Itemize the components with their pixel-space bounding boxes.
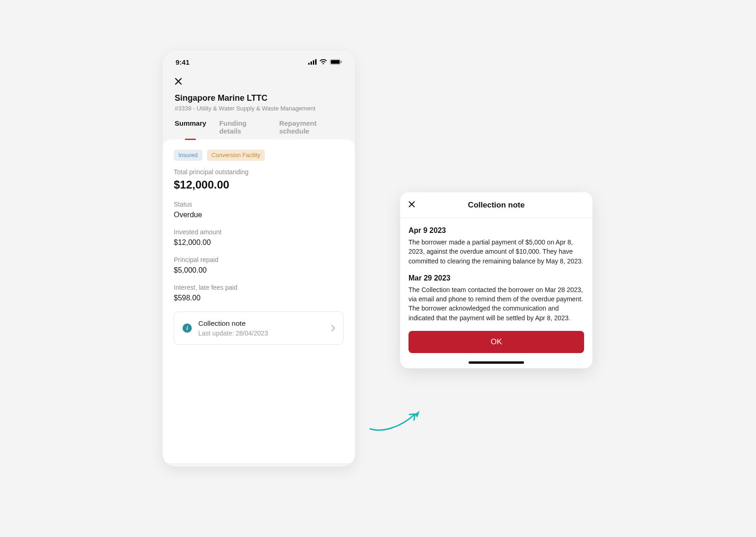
collection-note-text: Collection note Last update: 28/04/2023: [198, 319, 325, 337]
field-status: Status Overdue: [174, 201, 344, 219]
dialog-title: Collection note: [468, 201, 525, 210]
summary-card: Insured Conversion Facility Total princi…: [163, 140, 355, 463]
wifi-icon: [319, 59, 327, 65]
svg-rect-6: [341, 61, 342, 63]
note-entry: Apr 9 2023 The borrower made a partial p…: [408, 226, 584, 266]
status-indicators: [308, 59, 342, 65]
field-interest-fees: Interest, late fees paid $598.00: [174, 284, 344, 302]
note-date: Apr 9 2023: [408, 226, 584, 235]
tab-bar: Summary Funding details Repayment schedu…: [163, 112, 355, 140]
badge-conversion-facility: Conversion Facility: [207, 150, 265, 161]
dialog-header: Collection note: [400, 192, 592, 218]
badge-insured: Insured: [174, 150, 202, 161]
svg-rect-5: [331, 60, 340, 64]
field-label: Interest, late fees paid: [174, 284, 344, 291]
ok-button-label: OK: [491, 337, 502, 347]
svg-rect-3: [315, 59, 317, 65]
home-indicator: [469, 361, 524, 364]
field-value: $12,000.00: [174, 178, 344, 191]
close-button[interactable]: [163, 78, 355, 85]
field-principal-repaid: Principal repaid $5,000.00: [174, 256, 344, 275]
close-icon: [408, 201, 415, 207]
svg-rect-1: [311, 61, 312, 65]
field-value: Overdue: [174, 211, 344, 219]
svg-rect-0: [308, 63, 310, 65]
company-subtitle: #3339 - Utility & Water Supply & Waste M…: [175, 105, 343, 112]
field-label: Status: [174, 201, 344, 208]
dialog-close-button[interactable]: [408, 201, 415, 209]
field-value: $598.00: [174, 294, 344, 302]
svg-rect-2: [313, 61, 314, 65]
battery-icon: [330, 59, 342, 65]
collection-note-subtitle: Last update: 28/04/2023: [198, 330, 325, 337]
collection-note-button[interactable]: i Collection note Last update: 28/04/202…: [174, 311, 344, 345]
field-label: Total principal outstanding: [174, 168, 344, 176]
field-total-outstanding: Total principal outstanding $12,000.00: [174, 168, 344, 191]
status-time: 9:41: [176, 58, 189, 66]
note-date: Mar 29 2023: [408, 274, 584, 282]
field-label: Principal repaid: [174, 256, 344, 263]
collection-note-dialog: Collection note Apr 9 2023 The borrower …: [400, 192, 592, 368]
company-name: Singapore Marine LTTC: [175, 93, 343, 103]
field-value: $12,000.00: [174, 238, 344, 247]
dialog-body: Apr 9 2023 The borrower made a partial p…: [400, 218, 592, 323]
close-icon: [175, 78, 182, 85]
note-body: The borrower made a partial payment of $…: [408, 238, 584, 266]
tab-summary[interactable]: Summary: [175, 119, 206, 140]
tab-repayment-schedule[interactable]: Repayment schedule: [279, 119, 343, 140]
field-invested-amount: Invested amount $12,000.00: [174, 228, 344, 247]
chevron-right-icon: [331, 325, 335, 331]
field-value: $5,000.00: [174, 266, 344, 275]
svg-marker-7: [415, 411, 420, 418]
ok-button[interactable]: OK: [408, 331, 584, 353]
note-entry: Mar 29 2023 The Collection team contacte…: [408, 274, 584, 323]
status-bar: 9:41: [163, 51, 355, 73]
page-header: Singapore Marine LTTC #3339 - Utility & …: [163, 85, 355, 112]
field-label: Invested amount: [174, 228, 344, 236]
flow-arrow-icon: [368, 409, 423, 433]
phone-mock: 9:41: [163, 51, 355, 467]
tab-funding-details[interactable]: Funding details: [219, 119, 266, 140]
info-icon: i: [183, 323, 192, 333]
badge-row: Insured Conversion Facility: [174, 150, 344, 161]
collection-note-title: Collection note: [198, 319, 325, 328]
cellular-icon: [308, 59, 317, 65]
note-body: The Collection team contacted the borrow…: [408, 285, 584, 323]
